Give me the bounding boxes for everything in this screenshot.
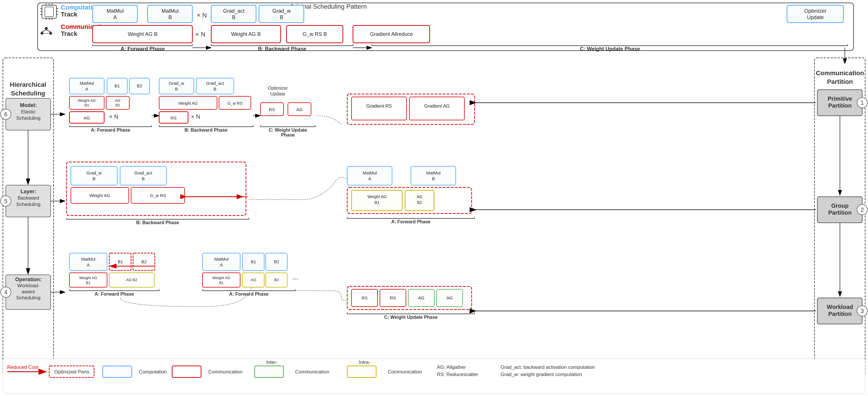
svg-text:B2: B2 [137,83,142,88]
svg-rect-209 [411,166,456,185]
svg-text:A: A [87,262,90,267]
svg-text:Scheduling: Scheduling [16,116,40,121]
svg-text:B: B [168,14,172,20]
svg-text:B1: B1 [251,259,256,264]
svg-text:Communication: Communication [208,369,243,374]
svg-text:AG: AG [416,194,423,199]
svg-text:Primitive: Primitive [828,95,852,102]
svg-text:A: A [220,262,223,267]
svg-text:Inter-: Inter- [266,360,278,365]
svg-text:Phase: Phase [281,132,294,137]
svg-text:A: Forward Phase: A: Forward Phase [229,292,269,296]
svg-text:Grad_act: Grad_act [223,8,245,14]
svg-text:B: Backward Phase: B: Backward Phase [136,220,179,225]
svg-text:MatMul: MatMul [426,170,440,175]
svg-text:RS: RS [362,295,368,300]
svg-text:Workload: Workload [827,304,853,310]
svg-text:B1: B1 [219,280,224,285]
svg-text:Computation: Computation [139,369,167,374]
svg-text:B: Backward Phase: B: Backward Phase [185,128,228,132]
svg-text:B1: B1 [118,259,123,264]
svg-text:Optimizer: Optimizer [268,86,288,91]
svg-text:AG B2: AG B2 [126,278,137,282]
svg-text:AG: Allgather: AG: Allgather [437,364,466,370]
svg-text:B1: B1 [374,200,379,205]
svg-text:Gradient AG: Gradient AG [424,104,450,108]
svg-text:G_w RS B: G_w RS B [303,31,327,37]
svg-text:B: B [175,87,178,91]
svg-text:···: ··· [292,274,298,283]
svg-text:B1: B1 [115,83,120,88]
svg-text:Communication: Communication [816,69,864,77]
svg-text:B: B [214,87,216,91]
svg-text:Weight AG: Weight AG [89,193,110,198]
svg-text:Track: Track [61,30,78,37]
svg-rect-296 [172,366,201,377]
svg-text:B: B [280,14,283,20]
svg-text:A: A [85,87,88,91]
svg-text:RS: Reducescatter: RS: Reducescatter [437,372,478,377]
svg-text:Scheduling: Scheduling [16,202,40,207]
svg-text:B2: B2 [274,259,279,264]
svg-text:Layer:: Layer: [21,189,36,194]
svg-rect-192 [120,166,166,185]
svg-point-27 [45,27,48,30]
svg-text:G_w RS: G_w RS [227,101,243,106]
svg-text:Partition: Partition [828,209,851,216]
svg-text:Weight AG B: Weight AG B [128,31,158,37]
svg-text:Intra-: Intra- [359,360,370,365]
svg-text:A: A [368,176,371,181]
svg-text:Partition: Partition [828,311,851,317]
main-container: Computation Track Communication Track Or… [0,0,868,396]
svg-text:B: B [93,176,95,181]
svg-rect-188 [71,166,117,185]
svg-text:MatMul: MatMul [106,8,124,14]
svg-text:× N: × N [109,113,118,120]
svg-rect-258 [203,273,240,287]
svg-text:A: A [114,14,117,20]
svg-text:Group: Group [831,202,848,209]
svg-rect-288 [3,359,865,393]
svg-text:× N: × N [191,113,200,120]
svg-text:AG: AG [251,278,256,282]
svg-text:MatMul: MatMul [214,257,228,262]
svg-text:1: 1 [861,100,864,106]
svg-text:AG: AG [115,98,121,103]
svg-text:Backward: Backward [18,195,39,201]
svg-text:A: Forward Phase: A: Forward Phase [120,46,165,52]
svg-text:Workload-: Workload- [17,283,39,288]
svg-text:5: 5 [4,198,7,204]
svg-text:Grad_w: weight gradient comput: Grad_w: weight gradient computation [500,372,582,377]
svg-rect-294 [103,366,132,377]
svg-text:MatMul: MatMul [363,170,377,175]
svg-text:6: 6 [4,111,7,118]
svg-text:AG: AG [418,295,425,300]
svg-text:Update: Update [270,91,285,96]
svg-text:B: B [232,14,236,20]
svg-text:C: Weight Update Phase: C: Weight Update Phase [580,46,640,52]
svg-text:B2: B2 [274,278,279,282]
svg-text:A: Forward Phase: A: Forward Phase [95,292,134,296]
svg-text:MatMul: MatMul [81,257,95,262]
svg-text:AG: AG [446,295,453,300]
svg-text:Communication: Communication [295,369,329,374]
svg-text:Partition: Partition [827,78,852,85]
svg-text:MatMul: MatMul [80,81,94,86]
svg-text:Optimized Parts: Optimized Parts [54,369,89,374]
svg-text:Grad_act: Grad_act [134,170,153,175]
svg-text:MatMul: MatMul [161,8,179,14]
svg-text:3: 3 [861,308,864,314]
svg-text:AG: AG [296,107,303,112]
svg-text:Weight AG: Weight AG [212,276,230,280]
svg-rect-180 [351,97,406,120]
svg-text:A: Forward Phase: A: Forward Phase [391,219,431,224]
svg-text:G_w RS: G_w RS [150,193,166,198]
svg-text:Grad_act: Grad_act [206,81,224,86]
svg-text:B1: B1 [86,280,91,285]
svg-text:Weight AG: Weight AG [179,101,198,106]
svg-rect-205 [347,166,392,185]
svg-text:aware: aware [22,289,35,294]
svg-text:Scheduling: Scheduling [11,90,45,97]
svg-text:Gradient RS: Gradient RS [366,104,392,108]
svg-text:Communication: Communication [388,369,422,374]
